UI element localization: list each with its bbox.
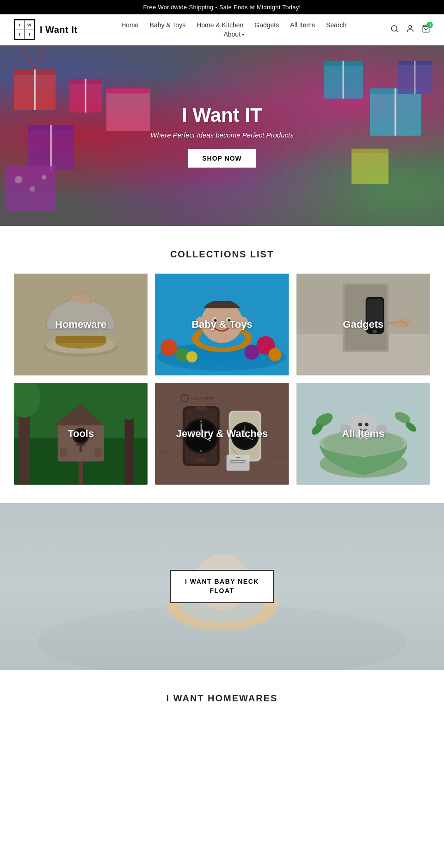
collection-card-jewelry[interactable]: BOBO BIRD <box>155 383 289 485</box>
nav-home[interactable]: Home <box>121 21 138 29</box>
logo-cell-i2: I <box>15 30 25 39</box>
nav-baby-toys[interactable]: Baby & Toys <box>150 21 186 29</box>
svg-rect-25 <box>106 88 150 94</box>
cart-button[interactable]: 0 <box>422 25 430 35</box>
collections-grid: Homeware <box>14 274 430 485</box>
shop-now-button[interactable]: SHOP NOW <box>188 149 256 168</box>
tools-label: Tools <box>68 428 94 440</box>
homeware-overlay: Homeware <box>14 274 148 375</box>
nav-row-2: About ▾ <box>223 31 244 38</box>
brand-name: I Want It <box>40 25 78 35</box>
hero-section: I Want IT Where Perfect Ideas become Per… <box>0 45 444 226</box>
nav-about-dropdown[interactable]: About ▾ <box>223 31 244 38</box>
svg-rect-19 <box>352 152 388 184</box>
nav-about-label: About <box>223 31 240 38</box>
collections-section: COLLECTIONS LIST <box>0 226 444 503</box>
announcement-bar: Free Worldwide Shipping - Sale Ends at M… <box>0 0 444 14</box>
main-nav: Home Baby & Toys Home & Kitchen Gadgets … <box>121 21 346 38</box>
chevron-down-icon: ▾ <box>242 32 244 37</box>
svg-rect-20 <box>352 149 388 153</box>
baby-overlay: Baby & Toys <box>155 274 289 375</box>
user-button[interactable] <box>406 25 414 35</box>
collection-card-homeware[interactable]: Homeware <box>14 274 148 375</box>
cart-count: 0 <box>426 22 433 28</box>
hero-subtitle: Where Perfect Ideas become Perfect Produ… <box>150 131 293 139</box>
svg-point-27 <box>15 176 22 183</box>
collection-card-allitems[interactable]: All Items <box>296 383 430 485</box>
promo-cta-button[interactable]: I WANT BABY NECK FLOAT <box>170 570 274 603</box>
header-icons: 0 <box>390 25 430 35</box>
collection-card-baby[interactable]: Baby & Toys <box>155 274 289 375</box>
announcement-text: Free Worldwide Shipping - Sale Ends at M… <box>143 4 301 11</box>
logo-cell-i1: I <box>15 20 25 30</box>
homewares-section: I WANT HOMEWARES <box>0 670 444 718</box>
tools-overlay: Tools <box>14 383 148 485</box>
svg-point-2 <box>409 25 412 28</box>
gadgets-label: Gadgets <box>343 318 383 331</box>
collections-title: COLLECTIONS LIST <box>14 249 430 260</box>
allitems-overlay: All Items <box>296 383 430 485</box>
header: I W I T I Want It Home Baby & Toys Home … <box>0 14 444 45</box>
promo-banner: I WANT BABY NECK FLOAT <box>0 503 444 670</box>
svg-rect-24 <box>106 92 150 131</box>
promo-cta-label: I WANT BABY NECK FLOAT <box>185 578 259 594</box>
nav-row-1: Home Baby & Toys Home & Kitchen Gadgets … <box>121 21 346 29</box>
nav-gadgets[interactable]: Gadgets <box>254 21 279 29</box>
logo-cell-t: T <box>25 30 34 39</box>
logo-cell-w: W <box>25 20 34 30</box>
collection-card-gadgets[interactable]: Gadgets <box>296 274 430 375</box>
baby-label: Baby & Toys <box>191 318 253 331</box>
svg-point-29 <box>42 175 46 180</box>
nav-search[interactable]: Search <box>326 21 346 29</box>
svg-point-28 <box>30 186 35 192</box>
logo-box: I W I T <box>14 19 35 40</box>
hero-content: I Want IT Where Perfect Ideas become Per… <box>150 104 293 168</box>
jewelry-overlay: Jewelry & Watches <box>155 383 289 485</box>
nav-all-items[interactable]: All Items <box>290 21 315 29</box>
allitems-label: All Items <box>342 428 384 440</box>
collection-card-tools[interactable]: Tools <box>14 383 148 485</box>
logo[interactable]: I W I T I Want It <box>14 19 78 40</box>
svg-line-1 <box>396 30 397 31</box>
gadgets-overlay: Gadgets <box>296 274 430 375</box>
search-button[interactable] <box>390 25 399 35</box>
homewares-title: I WANT HOMEWARES <box>14 693 430 704</box>
hero-title: I Want IT <box>150 104 293 126</box>
homeware-label: Homeware <box>55 318 106 331</box>
nav-home-kitchen[interactable]: Home & Kitchen <box>197 21 243 29</box>
jewelry-label: Jewelry & Watches <box>176 428 268 440</box>
svg-point-0 <box>391 25 397 31</box>
